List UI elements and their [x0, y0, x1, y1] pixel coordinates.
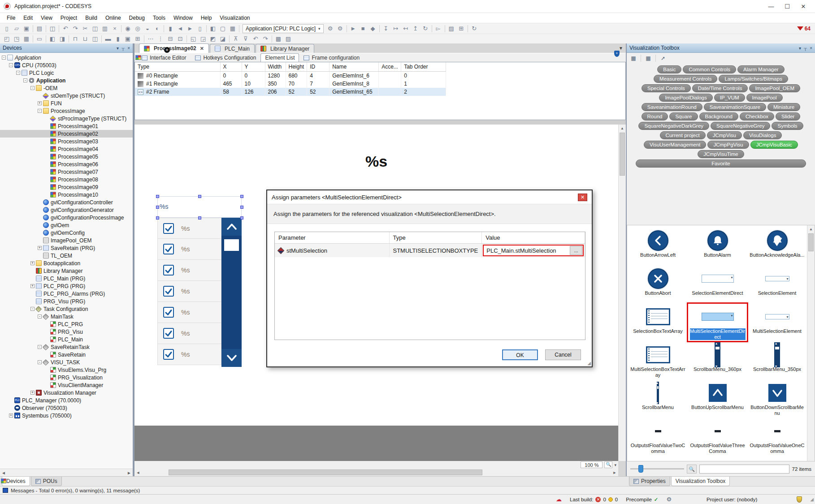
- tree-item-plc-logic[interactable]: -PLC Logic: [0, 69, 133, 77]
- delete-icon[interactable]: ×: [110, 24, 120, 33]
- toolbox-item-buttonabort[interactable]: ButtonAbort: [628, 265, 688, 303]
- menu-scroll-down-icon[interactable]: [221, 349, 242, 367]
- refresh-visualization-icon[interactable]: ↻: [469, 24, 479, 33]
- category-measurement-controls[interactable]: Measurement Controls: [654, 75, 717, 83]
- category-alarm-manager[interactable]: Alarm Manager: [737, 65, 785, 73]
- tree-item-gvlconfigurationcontroller[interactable]: gvlConfigurationController: [0, 198, 133, 206]
- menu-window[interactable]: Window: [169, 14, 197, 22]
- tree-item-saveretaintask[interactable]: -SaveRetainTask: [0, 343, 133, 351]
- panel-tab-pous[interactable]: POUs: [31, 477, 62, 486]
- toolbox-item-buttonacknowledgeala-[interactable]: ButtonAcknowledgeAla...: [747, 227, 807, 265]
- canvas-vscrollbar[interactable]: ▲: [618, 125, 626, 461]
- copy-icon[interactable]: ◫: [90, 24, 100, 33]
- pointer-tool-icon[interactable]: ➚: [659, 55, 667, 62]
- category-symbols[interactable]: Symbols: [772, 122, 803, 130]
- save-project-icon[interactable]: ▣: [22, 24, 31, 33]
- prev-bookmark-icon[interactable]: ◄: [175, 24, 185, 33]
- subtab-hotkeys-configuration[interactable]: Hotkeys Configuration: [191, 54, 260, 62]
- same-height-icon[interactable]: ⊡: [175, 34, 185, 43]
- cut-icon[interactable]: ✂: [80, 24, 90, 33]
- start-icon[interactable]: ►: [348, 24, 358, 33]
- expander-collapse-icon[interactable]: -: [38, 109, 42, 113]
- column-type[interactable]: Type: [135, 62, 220, 72]
- undo-icon[interactable]: ↶: [61, 24, 70, 33]
- align-top-icon[interactable]: ⊓: [70, 34, 80, 43]
- subtab-interface-editor[interactable]: Interface Editor: [137, 54, 191, 62]
- group-icon[interactable]: ◱: [188, 34, 198, 43]
- tree-item-prg-visu[interactable]: PRG_Visu: [0, 328, 133, 336]
- selected-frame-element[interactable]: %s: [157, 196, 242, 218]
- category-background[interactable]: Background: [699, 112, 738, 121]
- tree-item-application[interactable]: -Application: [0, 54, 133, 61]
- category-current-project[interactable]: Current project: [660, 131, 706, 139]
- category-imagepooldialogs[interactable]: ImagePoolDialogs: [659, 94, 712, 102]
- breakpoint-icon[interactable]: ◆: [368, 24, 378, 33]
- new-project-icon[interactable]: ▯: [2, 24, 12, 33]
- panel-tab-visualization-toolbox[interactable]: Visualization Toolbox: [671, 477, 730, 486]
- grid-icon[interactable]: ⊞: [133, 34, 143, 43]
- send-backward-icon[interactable]: ⊽: [241, 34, 251, 43]
- expander-collapse-icon[interactable]: -: [23, 78, 27, 82]
- editor-splitter[interactable]: [134, 120, 626, 125]
- tree-item-systembus-705000-[interactable]: +Systembus (705000): [0, 412, 133, 419]
- reset-icon[interactable]: ↻: [421, 24, 430, 33]
- dialog-close-icon[interactable]: ✕: [578, 194, 587, 201]
- step-out-icon[interactable]: ↤: [401, 24, 411, 33]
- toolbox-item-selectionelementdirect[interactable]: SelectionElementDirect: [688, 265, 747, 303]
- compare-icon[interactable]: ◧: [208, 24, 218, 33]
- tree-item-gvlconfigurationprocessimage[interactable]: gvlConfigurationProcessImage: [0, 214, 133, 221]
- menu-file[interactable]: File: [3, 14, 19, 22]
- category-squarenegativegrey[interactable]: SquareNegativeGrey: [711, 122, 770, 130]
- toolbox-item-multiselectionboxtextarray[interactable]: MultiSelectionBoxTextArray: [628, 341, 688, 379]
- devices-pin-icon[interactable]: ┬: [121, 46, 125, 51]
- tree-item-processimage07[interactable]: ProcessImage07: [0, 168, 133, 176]
- toolbox-item-selectionelement[interactable]: SelectionElement: [747, 265, 807, 303]
- tree-item-cpu-705003-[interactable]: -CPU (705003): [0, 61, 133, 69]
- tree-item-processimage10[interactable]: ProcessImage10: [0, 191, 133, 198]
- category-checkbox[interactable]: Checkbox: [740, 112, 774, 121]
- close-button[interactable]: ✕: [795, 1, 811, 12]
- bookmark-icon[interactable]: ▮: [165, 24, 175, 33]
- tab-plc-main[interactable]: PLC_Main: [210, 44, 255, 53]
- tree-item-tl-oem[interactable]: TL_OEM: [0, 252, 133, 259]
- tree-item-gvloemconfig[interactable]: gvlOemConfig: [0, 229, 133, 237]
- tree-item-prg-visu-prg-[interactable]: PRG_Visu (PRG): [0, 297, 133, 305]
- menu-online[interactable]: Online: [101, 14, 125, 22]
- expander-collapse-icon[interactable]: -: [16, 71, 20, 75]
- checkbox-menu-item[interactable]: %s: [157, 281, 221, 302]
- toolbox-close-icon[interactable]: ×: [810, 46, 812, 51]
- checkbox-menu-item[interactable]: %s: [157, 218, 221, 239]
- toolbox-item-outputstfloatvalueonecomma[interactable]: OutputstFloatValueOneComma: [747, 418, 807, 456]
- toolbox-item-outputstdoublevaluebase[interactable]: OutputstDoubleValueBase: [688, 456, 747, 461]
- category-saveanimationsquare[interactable]: SaveanimationSquare: [704, 103, 766, 111]
- canvas-hscrollbar[interactable]: ◄ ►: [134, 469, 618, 476]
- column-value[interactable]: Value: [482, 232, 585, 244]
- tree-item-imagepool-oem[interactable]: ImagePool_OEM: [0, 237, 133, 244]
- checkbox-checked-icon[interactable]: [163, 286, 174, 297]
- menu-scrollbar-thumb[interactable]: [224, 239, 239, 251]
- category-date-time-controls[interactable]: Date/Time Controls: [692, 84, 748, 92]
- toolbox-item-scrollbarmenu[interactable]: ScrollbarMenu: [628, 379, 688, 418]
- tree-item-bootapplication[interactable]: +Bootapplication: [0, 259, 133, 267]
- toolbox-search-input[interactable]: [699, 465, 789, 474]
- checkbox-checked-icon[interactable]: [163, 349, 174, 360]
- toolbox-item-outputstfloatvaluethreecomma[interactable]: OutputstFloatValueThreeComma: [688, 418, 747, 456]
- checkbox-menu-item[interactable]: %s: [157, 344, 221, 365]
- toolbox-pin-icon[interactable]: ┬: [804, 46, 807, 51]
- expander-collapse-icon[interactable]: -: [38, 314, 42, 319]
- visu-pointer-icon[interactable]: ◳: [12, 34, 22, 43]
- tree-item-maintask[interactable]: -MainTask: [0, 313, 133, 320]
- zoom-level[interactable]: 100 %: [581, 461, 603, 468]
- expander-expand-icon[interactable]: +: [9, 414, 13, 418]
- ungroup-icon[interactable]: ◲: [198, 34, 208, 43]
- size-width-icon[interactable]: ▬: [103, 34, 113, 43]
- bring-forward-icon[interactable]: ⊼: [231, 34, 241, 43]
- toolbox-item-outputstdoublevalue[interactable]: OutputstDoubleValue: [747, 456, 807, 461]
- insert-element-icon[interactable]: ▦: [629, 55, 637, 62]
- distribute-h-icon[interactable]: ⋯: [146, 34, 156, 43]
- category-visuusermanagement[interactable]: VisuUserManagement: [644, 141, 707, 149]
- align-bottom-icon[interactable]: ⊔: [80, 34, 90, 43]
- tree-item--oem[interactable]: --OEM: [0, 84, 133, 92]
- menu-project[interactable]: Project: [56, 14, 81, 22]
- tree-item-processimage09[interactable]: ProcessImage09: [0, 183, 133, 191]
